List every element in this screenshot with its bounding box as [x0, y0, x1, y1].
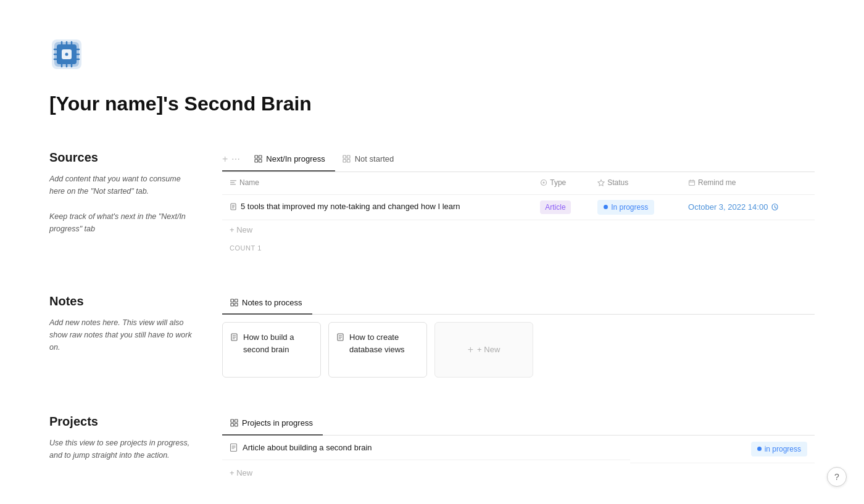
svg-rect-17: [255, 155, 258, 159]
svg-rect-23: [343, 160, 346, 163]
tab-next-in-progress[interactable]: Next/In progress: [246, 148, 334, 171]
svg-rect-50: [231, 419, 234, 423]
tab-notstarted-label: Not started: [355, 153, 394, 165]
grid-icon-notes: [230, 298, 238, 307]
note-card-2[interactable]: How to create database views: [328, 322, 427, 378]
svg-rect-18: [259, 155, 262, 159]
projects-tab-label: Projects in progress: [242, 417, 313, 429]
sources-title: Sources: [49, 148, 197, 167]
note-card-1[interactable]: How to build a second brain: [222, 322, 321, 378]
sources-table: Name Type: [222, 172, 815, 220]
svg-rect-27: [230, 184, 236, 185]
row-remind: October 3, 2022 14:00: [681, 194, 815, 220]
help-button[interactable]: ?: [827, 467, 847, 487]
more-tabs-icon[interactable]: ⋯: [231, 153, 240, 166]
svg-rect-52: [231, 424, 234, 427]
col-remind-header: Remind me: [681, 172, 815, 195]
sources-tabs-header: + ⋯ Next/In progress: [222, 148, 815, 171]
sources-desc-1: Add content that you want to consume her…: [49, 173, 197, 197]
row-status: In progress: [590, 194, 681, 220]
tab-next-label: Next/In progress: [266, 153, 325, 165]
svg-rect-53: [235, 424, 238, 427]
svg-rect-41: [235, 303, 238, 306]
svg-rect-21: [343, 155, 346, 159]
svg-rect-38: [231, 299, 234, 302]
sources-tabs: Next/In progress Not started: [246, 148, 815, 171]
projects-add-new[interactable]: + New: [222, 463, 815, 483]
svg-rect-22: [347, 155, 351, 159]
svg-point-16: [65, 53, 69, 56]
svg-rect-24: [347, 160, 351, 163]
col-name-header: Name: [222, 172, 533, 195]
sources-desc-2: Keep track of what's next in the "Next/I…: [49, 210, 197, 235]
col-type-header: Type: [533, 172, 590, 195]
sources-sidebar: Sources Add content that you want to con…: [49, 148, 197, 257]
svg-rect-39: [235, 299, 238, 302]
projects-section: Projects Use this view to see projects i…: [49, 412, 815, 482]
page-container: [Your name]'s Second Brain Sources Add c…: [0, 0, 864, 504]
projects-desc: Use this view to see projects in progres…: [49, 437, 197, 461]
grid-icon-notstarted: [343, 155, 351, 163]
svg-rect-25: [230, 180, 236, 181]
status-circle: [604, 205, 608, 209]
project-status: in progress: [630, 436, 815, 463]
notes-sidebar: Notes Add new notes here. This view will…: [49, 292, 197, 378]
col-status-header: Status: [590, 172, 681, 195]
sources-add-new[interactable]: + New: [222, 220, 815, 240]
sources-content: + ⋯ Next/In progress: [222, 148, 815, 257]
note-card-1-icon: [230, 332, 238, 345]
tab-notes-to-process[interactable]: Notes to process: [222, 292, 312, 315]
project-row[interactable]: Article about building a second brain in…: [222, 436, 815, 463]
project-name: Article about building a second brain: [222, 436, 630, 461]
projects-sidebar: Projects Use this view to see projects i…: [49, 412, 197, 482]
grid-icon-projects: [230, 419, 238, 428]
row-type: Article: [533, 194, 590, 220]
svg-rect-30: [689, 180, 695, 185]
svg-point-29: [543, 181, 545, 183]
svg-rect-54: [231, 444, 237, 451]
projects-content: Projects in progress Art: [222, 412, 815, 482]
tab-projects-in-progress[interactable]: Projects in progress: [222, 412, 323, 436]
sources-section: Sources Add content that you want to con…: [49, 148, 815, 257]
note-card-1-title: How to build a second brain: [243, 331, 313, 355]
notes-tab-label: Notes to process: [242, 297, 302, 309]
row-name: 5 tools that improved my note-taking and…: [222, 194, 533, 220]
sources-count: COUNT 1: [222, 239, 815, 257]
notes-content: Notes to process How to build a second b…: [222, 292, 815, 378]
grid-icon-next: [254, 155, 262, 163]
svg-rect-51: [235, 419, 238, 423]
notes-add-icon: +: [468, 342, 473, 357]
table-row[interactable]: 5 tools that improved my note-taking and…: [222, 194, 815, 220]
svg-rect-40: [231, 303, 234, 306]
remind-link[interactable]: October 3, 2022 14:00: [688, 201, 779, 213]
project-status-circle: [757, 447, 762, 451]
notes-desc: Add new notes here. This view will also …: [49, 316, 197, 353]
svg-rect-19: [255, 160, 258, 163]
projects-table: Article about building a second brain in…: [222, 436, 815, 463]
note-card-2-icon: [336, 332, 344, 345]
svg-rect-26: [230, 182, 235, 183]
projects-title: Projects: [49, 412, 197, 431]
notes-title: Notes: [49, 292, 197, 310]
note-card-2-title: How to create database views: [349, 331, 419, 355]
notes-section: Notes Add new notes here. This view will…: [49, 292, 815, 378]
notes-add-new-card[interactable]: + + New: [434, 322, 533, 378]
page-title: [Your name]'s Second Brain: [49, 89, 815, 118]
tab-not-started[interactable]: Not started: [335, 148, 404, 171]
add-tab-icon[interactable]: +: [222, 152, 228, 167]
notes-cards: How to build a second brain How to creat…: [222, 322, 815, 378]
app-logo: [49, 37, 84, 72]
svg-rect-20: [259, 160, 262, 163]
